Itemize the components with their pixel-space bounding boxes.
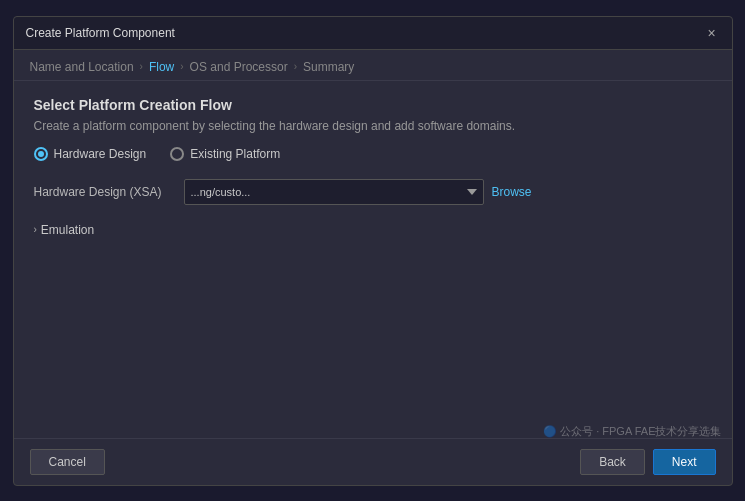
- radio-group: Hardware Design Existing Platform: [34, 147, 712, 161]
- browse-button[interactable]: Browse: [492, 185, 532, 199]
- radio-existing-platform[interactable]: [170, 147, 184, 161]
- dialog-content: Select Platform Creation Flow Create a p…: [14, 81, 732, 438]
- section-title: Select Platform Creation Flow: [34, 97, 712, 113]
- radio-hardware-design-text: Hardware Design: [54, 147, 147, 161]
- footer-right-buttons: Back Next: [580, 449, 715, 475]
- hardware-design-label: Hardware Design (XSA): [34, 185, 174, 199]
- hardware-design-controls: ...ng/custo... Browse: [184, 179, 532, 205]
- breadcrumb-os-processor: OS and Processor: [190, 60, 288, 74]
- breadcrumb-sep-2: ›: [180, 61, 183, 72]
- dialog-footer: Cancel Back Next: [14, 438, 732, 485]
- chevron-right-icon: ›: [34, 224, 37, 235]
- radio-hardware-design[interactable]: [34, 147, 48, 161]
- next-button[interactable]: Next: [653, 449, 716, 475]
- radio-existing-platform-text: Existing Platform: [190, 147, 280, 161]
- radio-existing-platform-label[interactable]: Existing Platform: [170, 147, 280, 161]
- close-button[interactable]: ×: [704, 25, 720, 41]
- section-description: Create a platform component by selecting…: [34, 119, 712, 133]
- select-wrapper: ...ng/custo...: [184, 179, 484, 205]
- radio-hardware-design-label[interactable]: Hardware Design: [34, 147, 147, 161]
- breadcrumb-sep-1: ›: [140, 61, 143, 72]
- dialog-titlebar: Create Platform Component ×: [14, 17, 732, 50]
- breadcrumb-name-location: Name and Location: [30, 60, 134, 74]
- cancel-button[interactable]: Cancel: [30, 449, 105, 475]
- breadcrumb-summary: Summary: [303, 60, 354, 74]
- breadcrumb-flow: Flow: [149, 60, 174, 74]
- emulation-label: Emulation: [41, 223, 94, 237]
- emulation-header[interactable]: › Emulation: [34, 219, 712, 241]
- dialog-title: Create Platform Component: [26, 26, 175, 40]
- breadcrumb: Name and Location › Flow › OS and Proces…: [14, 50, 732, 81]
- create-platform-dialog: Create Platform Component × Name and Loc…: [13, 16, 733, 486]
- hardware-design-row: Hardware Design (XSA) ...ng/custo... Bro…: [34, 179, 712, 205]
- back-button[interactable]: Back: [580, 449, 645, 475]
- emulation-section: › Emulation: [34, 219, 712, 241]
- hardware-design-select[interactable]: ...ng/custo...: [184, 179, 484, 205]
- breadcrumb-sep-3: ›: [294, 61, 297, 72]
